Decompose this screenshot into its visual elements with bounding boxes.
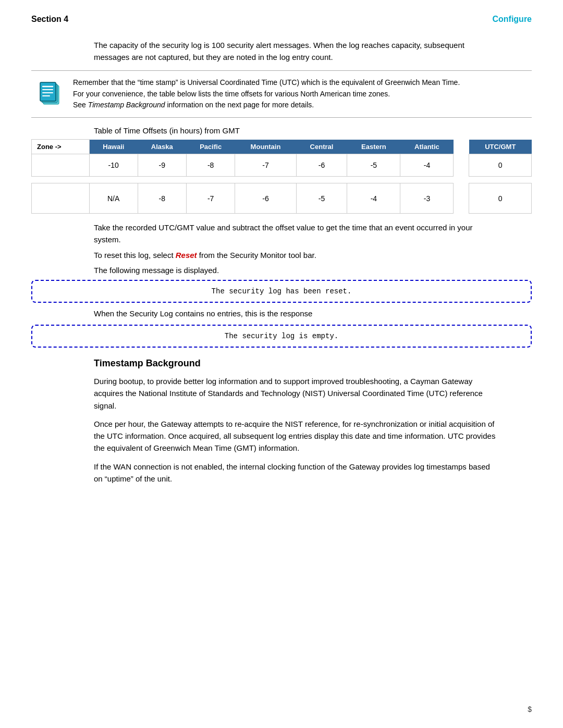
- table-header-row: Zone -> Hawaii Alaska Pacific Mountain C…: [32, 140, 532, 154]
- standard-spacer: [454, 154, 469, 177]
- info-icon: [31, 77, 73, 107]
- table-section: Table of Time Offsets (in hours) from GM…: [31, 126, 532, 214]
- reset-prefix: To reset this log, select: [94, 251, 176, 260]
- info-line3-suffix: information on the next page for more de…: [165, 101, 314, 109]
- standard-time-row: StandardTime -10 -9 -8 -7 -6 -5 -4 0: [32, 154, 532, 177]
- info-line1: Remember that the “time stamp” is Univer…: [73, 78, 460, 87]
- reset-bold: Reset: [176, 251, 197, 260]
- hawaii-header: Hawaii: [89, 140, 138, 154]
- standard-alaska: -9: [138, 154, 186, 177]
- timestamp-para3: If the WAN connection is not enabled, th…: [94, 461, 500, 485]
- timestamp-heading: Timestamp Background: [94, 358, 500, 369]
- when-message-text: When the Security Log contains no entrie…: [94, 308, 500, 320]
- spacer-header: [454, 140, 469, 154]
- daylight-pacific: -7: [186, 183, 235, 214]
- standard-utc: 0: [469, 154, 532, 177]
- standard-hawaii: -10: [89, 154, 138, 177]
- message-box-2: The security log is empty.: [31, 325, 532, 348]
- info-box: Remember that the “time stamp” is Univer…: [31, 71, 532, 118]
- reset-paragraph: To reset this log, select Reset from the…: [94, 250, 500, 262]
- standard-time-label: StandardTime: [32, 154, 90, 177]
- timestamp-para1: During bootup, to provide better log inf…: [94, 375, 500, 412]
- page-number: $: [528, 705, 532, 713]
- daylight-spacer: [454, 183, 469, 214]
- svg-rect-2: [40, 82, 56, 101]
- daylight-time-row: DaylightSavingsTime N/A -8 -7 -6 -5 -4 -…: [32, 183, 532, 214]
- daylight-mountain: -6: [235, 183, 296, 214]
- following-message-text: The following message is displayed.: [94, 266, 500, 275]
- daylight-time-label: DaylightSavingsTime: [32, 183, 90, 214]
- msg-box-2-text: The security log is empty.: [225, 332, 338, 340]
- info-line3-prefix: See: [73, 101, 88, 109]
- spacer-row: [32, 177, 532, 183]
- pacific-header: Pacific: [186, 140, 235, 154]
- daylight-hawaii: N/A: [89, 183, 138, 214]
- mountain-header: Mountain: [235, 140, 296, 154]
- standard-mountain: -7: [235, 154, 296, 177]
- standard-atlantic: -4: [400, 154, 454, 177]
- page-container: Section 4 Configure The capacity of the …: [0, 0, 563, 728]
- info-line2: For your convenience, the table below li…: [73, 90, 390, 98]
- msg-box-1-text: The security log has been reset.: [212, 287, 352, 295]
- eastern-header: Eastern: [347, 140, 400, 154]
- daylight-central: -5: [296, 183, 347, 214]
- intro-paragraph: The capacity of the security log is 100 …: [94, 40, 500, 63]
- page-header: Section 4 Configure: [0, 0, 563, 29]
- section-label: Section 4: [31, 15, 68, 24]
- standard-eastern: -5: [347, 154, 400, 177]
- alaska-header: Alaska: [138, 140, 186, 154]
- utc-header: UTC/GMT: [469, 140, 532, 154]
- atlantic-header: Atlantic: [400, 140, 454, 154]
- reset-suffix: from the Security Monitor tool bar.: [197, 251, 316, 260]
- spacer-cell: [32, 177, 532, 183]
- daylight-utc: 0: [469, 183, 532, 214]
- daylight-alaska: -8: [138, 183, 186, 214]
- standard-pacific: -8: [186, 154, 235, 177]
- timestamp-para2: Once per hour, the Gateway attempts to r…: [94, 418, 500, 454]
- table-title: Table of Time Offsets (in hours) from GM…: [94, 126, 532, 135]
- main-content: The capacity of the security log is 100 …: [0, 40, 563, 512]
- central-header: Central: [296, 140, 347, 154]
- message-box-1: The security log has been reset.: [31, 280, 532, 303]
- standard-central: -6: [296, 154, 347, 177]
- info-text: Remember that the “time stamp” is Univer…: [73, 77, 532, 111]
- daylight-eastern: -4: [347, 183, 400, 214]
- zone-header: Zone ->: [32, 140, 90, 154]
- after-table-text: Take the recorded UTC/GMT value and subt…: [94, 222, 500, 245]
- document-icon: [38, 79, 66, 107]
- daylight-atlantic: -3: [400, 183, 454, 214]
- configure-label: Configure: [492, 15, 532, 24]
- time-offset-table: Zone -> Hawaii Alaska Pacific Mountain C…: [31, 139, 532, 214]
- timestamp-background-section: Timestamp Background During bootup, to p…: [94, 358, 500, 485]
- info-line3-italic: Timestamp Background: [88, 101, 165, 109]
